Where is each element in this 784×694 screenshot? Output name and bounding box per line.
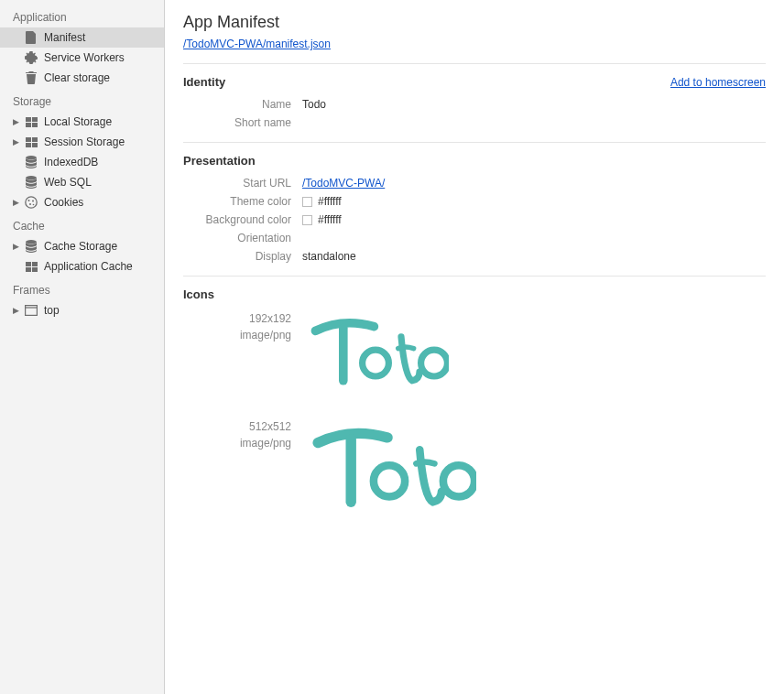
identity-section: Identity Add to homescreen Name Todo Sho… xyxy=(183,63,766,129)
sidebar-item-label: Clear storage xyxy=(44,70,164,85)
chevron-right-icon[interactable]: ▶ xyxy=(13,195,22,210)
bg-color-value: #ffffff xyxy=(318,213,342,226)
icon-size: 512x512 xyxy=(183,418,291,435)
svg-rect-0 xyxy=(26,117,31,122)
chevron-right-icon[interactable]: ▶ xyxy=(13,239,22,254)
identity-heading: Identity xyxy=(183,75,225,89)
orientation-row: Orientation xyxy=(183,232,766,244)
kv-val: #ffffff xyxy=(302,213,342,226)
kv-key: Short name xyxy=(183,116,302,129)
main-panel: App Manifest /TodoMVC-PWA/manifest.json … xyxy=(165,0,784,694)
start-url-link[interactable]: /TodoMVC-PWA/ xyxy=(302,177,385,190)
kv-key: Theme color xyxy=(183,195,302,208)
svg-rect-3 xyxy=(32,123,38,127)
page-title: App Manifest xyxy=(183,13,766,32)
database-icon xyxy=(24,155,38,169)
sidebar-section-application: Application xyxy=(0,4,164,27)
svg-rect-7 xyxy=(32,143,38,147)
display-row: Display standalone xyxy=(183,250,766,263)
todo-app-icon xyxy=(302,310,449,391)
sidebar-item-label: Cookies xyxy=(44,195,164,210)
sidebar: Application Manifest Service Workers Cle… xyxy=(0,0,165,694)
sidebar-item-cache-storage[interactable]: ▶ Cache Storage xyxy=(0,236,164,256)
grid-icon xyxy=(24,135,38,149)
kv-val: #ffffff xyxy=(302,195,342,208)
identity-name-row: Name Todo xyxy=(183,98,766,111)
icon-type: image/png xyxy=(183,327,291,343)
sidebar-item-label: Application Cache xyxy=(44,259,164,274)
icon-entry-0: 192x192 image/png xyxy=(183,310,766,391)
manifest-link[interactable]: /TodoMVC-PWA/manifest.json xyxy=(183,38,331,50)
sidebar-item-label: Web SQL xyxy=(44,175,164,190)
theme-color-swatch xyxy=(302,197,312,207)
sidebar-item-manifest[interactable]: Manifest xyxy=(0,27,164,48)
kv-key: Start URL xyxy=(183,177,302,190)
svg-rect-6 xyxy=(26,143,31,147)
sidebar-item-top-frame[interactable]: ▶ top xyxy=(0,300,164,320)
sidebar-item-clear-storage[interactable]: Clear storage xyxy=(0,68,164,88)
sidebar-item-label: IndexedDB xyxy=(44,155,164,169)
svg-rect-1 xyxy=(32,117,38,122)
svg-point-14 xyxy=(33,204,35,206)
sidebar-item-websql[interactable]: Web SQL xyxy=(0,172,164,192)
presentation-section: Presentation Start URL /TodoMVC-PWA/ The… xyxy=(183,142,766,263)
theme-color-value: #ffffff xyxy=(318,195,342,208)
identity-shortname-row: Short name xyxy=(183,116,766,129)
svg-rect-16 xyxy=(26,262,31,266)
icon-type: image/png xyxy=(183,435,291,451)
presentation-heading: Presentation xyxy=(183,154,256,168)
kv-key: Display xyxy=(183,250,302,263)
trash-icon xyxy=(24,70,38,85)
sidebar-item-label: Session Storage xyxy=(44,135,164,149)
sidebar-item-label: top xyxy=(44,303,164,318)
icon-entry-1: 512x512 image/png xyxy=(183,418,766,515)
sidebar-item-label: Service Workers xyxy=(44,50,164,65)
svg-point-12 xyxy=(32,201,34,202)
manifest-icon xyxy=(24,30,38,45)
theme-color-row: Theme color #ffffff xyxy=(183,195,766,208)
bg-color-swatch xyxy=(302,215,312,225)
kv-val: standalone xyxy=(302,250,356,263)
sidebar-item-service-workers[interactable]: Service Workers xyxy=(0,48,164,68)
add-to-homescreen-link[interactable]: Add to homescreen xyxy=(670,76,766,89)
svg-point-8 xyxy=(26,156,37,159)
svg-rect-17 xyxy=(32,262,38,266)
start-url-row: Start URL /TodoMVC-PWA/ xyxy=(183,177,766,190)
sidebar-item-indexeddb[interactable]: IndexedDB xyxy=(0,152,164,172)
kv-val: Todo xyxy=(302,98,326,111)
svg-point-11 xyxy=(28,200,30,201)
kv-key: Name xyxy=(183,98,302,111)
gear-icon xyxy=(24,50,38,65)
bg-color-row: Background color #ffffff xyxy=(183,213,766,226)
icons-section: Icons 192x192 image/png xyxy=(183,276,766,515)
chevron-right-icon[interactable]: ▶ xyxy=(13,303,22,318)
grid-icon xyxy=(24,114,38,129)
svg-point-23 xyxy=(421,350,448,376)
icon-size: 192x192 xyxy=(183,310,291,327)
kv-key: Background color xyxy=(183,213,302,226)
chevron-right-icon[interactable]: ▶ xyxy=(13,135,22,149)
sidebar-item-label: Local Storage xyxy=(44,114,164,129)
sidebar-section-storage: Storage xyxy=(0,88,164,112)
kv-key: Orientation xyxy=(183,232,302,244)
sidebar-item-label: Manifest xyxy=(44,30,164,45)
database-icon xyxy=(24,239,38,254)
chevron-right-icon[interactable]: ▶ xyxy=(13,114,22,129)
svg-point-9 xyxy=(26,176,37,179)
svg-rect-19 xyxy=(32,267,38,272)
sidebar-section-frames: Frames xyxy=(0,277,164,300)
svg-point-24 xyxy=(374,465,405,496)
svg-point-22 xyxy=(363,350,389,376)
sidebar-section-cache: Cache xyxy=(0,212,164,236)
sidebar-item-cookies[interactable]: ▶ Cookies xyxy=(0,192,164,212)
svg-rect-5 xyxy=(32,137,38,142)
icons-heading: Icons xyxy=(183,287,214,301)
svg-point-25 xyxy=(443,465,474,496)
svg-rect-2 xyxy=(26,123,31,127)
cookie-icon xyxy=(24,195,38,210)
database-icon xyxy=(24,175,38,190)
sidebar-item-session-storage[interactable]: ▶ Session Storage xyxy=(0,132,164,152)
svg-rect-4 xyxy=(26,137,31,142)
sidebar-item-application-cache[interactable]: Application Cache xyxy=(0,256,164,277)
sidebar-item-local-storage[interactable]: ▶ Local Storage xyxy=(0,112,164,132)
